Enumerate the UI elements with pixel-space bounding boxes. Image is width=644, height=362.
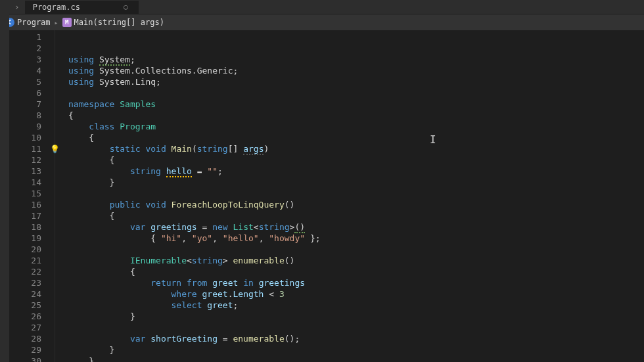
line-number: 23 [9, 277, 41, 288]
tab-bar: ‹ › Program.cs ○ [0, 0, 644, 14]
code-line[interactable]: static void Main(string[] args) [68, 143, 644, 154]
line-number: 27 [9, 322, 41, 333]
line-number: 14 [9, 177, 41, 188]
code-line[interactable]: namespace Samples [68, 99, 644, 110]
code-line[interactable]: using System.Linq; [68, 76, 644, 87]
chevron-right-icon: ▸ [55, 19, 58, 26]
line-number: 1 [9, 32, 41, 43]
code-line[interactable]: { [68, 266, 644, 277]
line-number: 24 [9, 288, 41, 300]
code-line[interactable] [68, 322, 644, 333]
code-line[interactable]: class Program [68, 121, 644, 132]
line-number: 15 [9, 188, 41, 199]
line-number: 13 [9, 166, 41, 177]
breadcrumb-class[interactable]: C Program [5, 18, 51, 27]
line-number: 12 [9, 154, 41, 166]
code-line[interactable]: IEnumerable<string> enumerable() [68, 255, 644, 266]
line-number: 22 [9, 266, 41, 277]
line-number: 20 [9, 244, 41, 255]
line-number: 5 [9, 76, 41, 87]
line-number: 30 [9, 355, 41, 362]
code-line[interactable]: { "hi", "yo", "hello", "howdy" }; [68, 233, 644, 244]
line-number: 21 [9, 255, 41, 266]
line-number: 6 [9, 87, 41, 99]
line-number: 2 [9, 43, 41, 54]
file-tab[interactable]: Program.cs ○ [25, 1, 139, 14]
line-number: 28 [9, 333, 41, 344]
code-line[interactable]: { [68, 210, 644, 221]
breadcrumb-method[interactable]: M Main(string[] args) [62, 18, 164, 27]
tab-dirty-indicator: ○ [124, 3, 128, 11]
code-line[interactable]: var greetings = new List<string>() [68, 221, 644, 233]
method-icon: M [62, 18, 72, 27]
line-number: 19 [9, 233, 41, 244]
code-line[interactable]: string hello = ""; [68, 166, 644, 177]
line-number: 29 [9, 344, 41, 355]
code-line[interactable]: using System; [68, 54, 644, 65]
line-number: 17 [9, 210, 41, 221]
line-number: 18 [9, 221, 41, 233]
code-line[interactable] [68, 188, 644, 199]
code-line[interactable]: } [68, 344, 644, 355]
line-number: 16 [9, 199, 41, 210]
line-number: 9 [9, 121, 41, 132]
line-number-gutter: 1234567891011121314151617181920212223242… [9, 30, 55, 362]
code-line[interactable]: { [68, 110, 644, 121]
editor-area: 1234567891011121314151617181920212223242… [0, 30, 644, 362]
breadcrumb: C Program ▸ M Main(string[] args) [0, 14, 644, 30]
nav-forward-button[interactable]: › [13, 2, 21, 12]
code-line[interactable]: using System.Collections.Generic; [68, 65, 644, 76]
code-line[interactable]: select greet; [68, 300, 644, 311]
code-line[interactable] [68, 87, 644, 99]
code-line[interactable]: return from greet in greetings [68, 277, 644, 288]
code-line[interactable]: where greet.Length < 3 [68, 288, 644, 300]
code-line[interactable]: public void ForeachLoopToLinqQuery() [68, 199, 644, 210]
line-number: 4 [9, 65, 41, 76]
line-number: 11 [9, 143, 41, 154]
code-line[interactable]: } [68, 177, 644, 188]
code-line[interactable] [68, 244, 644, 255]
line-number: 26 [9, 311, 41, 322]
code-line[interactable]: } [68, 311, 644, 322]
code-line[interactable]: { [68, 154, 644, 166]
line-number: 8 [9, 110, 41, 121]
code-line[interactable]: { [68, 132, 644, 143]
breadcrumb-method-label: Main(string[] args) [74, 18, 164, 27]
tab-title: Program.cs [33, 3, 80, 12]
line-number: 10 [9, 132, 41, 143]
breadcrumb-class-label: Program [17, 18, 51, 27]
line-number: 25 [9, 300, 41, 311]
code-line[interactable]: } [68, 355, 644, 362]
line-number: 3 [9, 54, 41, 65]
line-number: 7 [9, 99, 41, 110]
code-editor[interactable]: using System;using System.Collections.Ge… [55, 30, 644, 362]
code-line[interactable]: var shortGreeting = enumerable(); [68, 333, 644, 344]
